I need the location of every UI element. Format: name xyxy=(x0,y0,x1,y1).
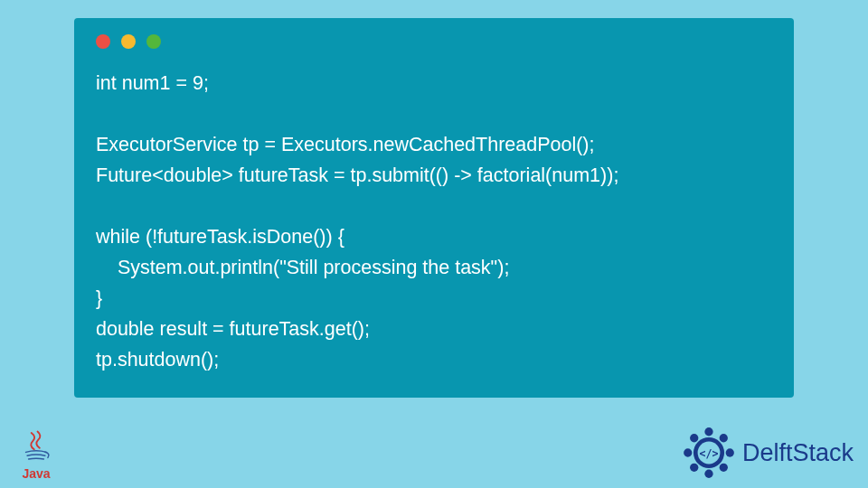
svg-point-1 xyxy=(720,434,728,442)
delftstack-logo: </> DelftStack xyxy=(681,425,854,481)
code-window: int num1 = 9; ExecutorService tp = Execu… xyxy=(74,18,794,398)
java-cup-icon xyxy=(19,427,53,462)
svg-point-3 xyxy=(720,464,728,472)
window-controls xyxy=(96,34,772,49)
java-label: Java xyxy=(13,466,60,481)
delftstack-label: DelftStack xyxy=(742,439,854,467)
svg-point-6 xyxy=(684,448,692,456)
svg-point-7 xyxy=(690,434,698,442)
svg-point-2 xyxy=(726,448,734,456)
svg-point-0 xyxy=(704,427,712,436)
delftstack-gear-icon: </> xyxy=(681,425,737,481)
svg-point-4 xyxy=(704,470,712,478)
svg-point-5 xyxy=(690,464,698,472)
maximize-icon xyxy=(146,34,161,49)
minimize-icon xyxy=(121,34,136,49)
java-logo: Java xyxy=(13,427,60,481)
code-block: int num1 = 9; ExecutorService tp = Execu… xyxy=(96,69,772,376)
svg-text:</>: </> xyxy=(699,447,718,460)
close-icon xyxy=(96,34,110,49)
